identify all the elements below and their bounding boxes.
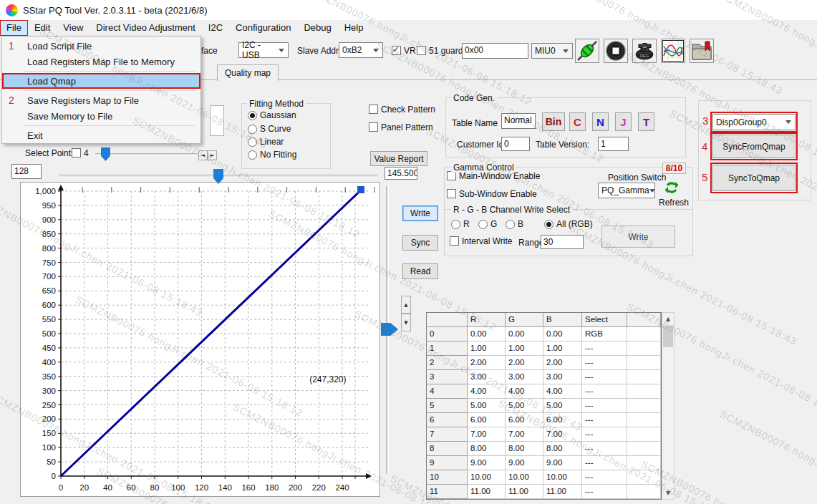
refresh-button[interactable] — [664, 180, 679, 195]
table-version-input[interactable]: 1 — [598, 137, 629, 151]
vr-checkbox[interactable] — [392, 46, 401, 55]
table-cell[interactable] — [627, 413, 661, 427]
menu-help[interactable]: Help — [338, 20, 370, 36]
file-menu-item-save-registers-map-to-file[interactable]: 2Save Registers Map to File — [2, 92, 200, 108]
table-cell[interactable] — [627, 370, 661, 384]
gamma-curve-chart[interactable]: 0501001502002503003504004505005506006507… — [20, 182, 380, 497]
panel-pattern-checkbox[interactable] — [369, 122, 378, 132]
table-cell[interactable]: 3 — [427, 370, 468, 384]
value-report-button[interactable]: Value Report — [370, 151, 427, 166]
menu-direct-video-adjustment[interactable]: Direct Video Adjustment — [90, 20, 202, 36]
scroll-down-icon[interactable]: ▼ — [662, 487, 674, 499]
value-spin-down-button[interactable]: ▼ — [401, 314, 411, 331]
rgb-option-r[interactable]: R — [451, 219, 470, 229]
menu-configuration[interactable]: Configuration — [229, 20, 297, 36]
code-gen-c-button[interactable]: C — [569, 112, 586, 131]
table-cell[interactable]: 0.00 — [506, 327, 543, 341]
table-cell[interactable]: 9 — [427, 456, 468, 470]
table-cell[interactable]: 11.00 — [506, 485, 543, 499]
table-cell[interactable] — [627, 341, 661, 356]
interval-write-checkbox[interactable] — [450, 236, 459, 246]
table-cell[interactable]: 7.00 — [468, 427, 506, 442]
tab-quality-map[interactable]: Quality map — [217, 64, 279, 81]
file-menu-item-load-qmap[interactable]: Load Qmap — [2, 73, 200, 89]
table-cell[interactable]: 10 — [427, 470, 468, 485]
vertical-slider-thumb[interactable] — [381, 323, 398, 336]
check-pattern-checkbox[interactable] — [369, 105, 378, 114]
table-cell[interactable]: 4.00 — [468, 384, 506, 399]
code-gen-bin-button[interactable]: Bin — [542, 112, 565, 131]
code-gen-t-button[interactable]: T — [638, 112, 654, 131]
table-cell[interactable]: 10.00 — [506, 470, 543, 485]
code-gen-j-button[interactable]: J — [615, 112, 632, 131]
level-input[interactable]: 128 — [11, 164, 42, 179]
scrollbar-thumb[interactable] — [663, 326, 673, 347]
file-menu-item-save-memory-to-file[interactable]: Save Memory to File — [2, 108, 200, 124]
table-cell[interactable] — [627, 427, 661, 442]
file-menu-item-load-registers-map-file-to-memory[interactable]: Load Registers Map File to Memory — [2, 54, 200, 69]
read-button[interactable]: Read — [402, 263, 438, 279]
table-cell[interactable]: 5.00 — [543, 399, 582, 413]
table-cell[interactable]: 11.00 — [543, 485, 582, 499]
table-cell[interactable]: --- — [582, 427, 627, 442]
miu-dropdown[interactable]: MIU0 — [531, 43, 573, 59]
table-cell[interactable]: 5 — [427, 399, 468, 413]
table-cell[interactable]: 3.00 — [468, 370, 506, 384]
value-report-field[interactable]: 145.5000 — [385, 167, 417, 180]
table-cell[interactable]: 2.00 — [468, 356, 506, 370]
table-name-input[interactable]: Normal — [501, 113, 536, 129]
table-cell[interactable] — [627, 442, 661, 456]
table-cell[interactable]: 5.00 — [506, 399, 543, 413]
scroll-up-icon[interactable]: ▲ — [662, 313, 674, 325]
rgb-option-b[interactable]: B — [506, 219, 523, 229]
table-cell[interactable]: --- — [582, 384, 627, 399]
range-input[interactable]: 30 — [541, 235, 584, 249]
table-cell[interactable]: 1.00 — [543, 341, 582, 356]
table-cell[interactable]: --- — [582, 370, 627, 384]
table-cell[interactable]: 7 — [427, 427, 468, 442]
toolbar-button-registers[interactable]: REG — [632, 39, 657, 63]
table-cell[interactable]: --- — [582, 356, 627, 370]
file-menu-item-exit[interactable]: Exit — [2, 127, 200, 143]
points-spin-left-button[interactable]: ◄ — [198, 150, 208, 160]
table-cell[interactable]: 3.00 — [506, 370, 543, 384]
table-scrollbar[interactable]: ▲ ▼ — [662, 312, 675, 500]
table-cell[interactable]: 7.00 — [506, 427, 543, 442]
fitting-option-linear[interactable]: Linear — [248, 137, 284, 147]
menu-debug[interactable]: Debug — [297, 20, 337, 36]
table-cell[interactable]: 6.00 — [468, 413, 506, 427]
sync-to-qmap-button[interactable]: SyncToQmap — [712, 165, 796, 191]
table-cell[interactable]: 11.00 — [468, 485, 506, 499]
table-cell[interactable]: 1 — [427, 341, 468, 356]
table-cell[interactable] — [627, 470, 661, 485]
disp-group-dropdown[interactable]: Disp0Group0 — [712, 114, 796, 130]
table-cell[interactable]: 11 — [427, 485, 468, 499]
toolbar-button-curves[interactable] — [661, 39, 685, 63]
menu-edit[interactable]: Edit — [28, 20, 57, 36]
file-menu-item-load-script-file[interactable]: 1Load Script File — [2, 38, 200, 54]
interface-dropdown[interactable]: I2C - USB — [238, 42, 289, 58]
table-cell[interactable]: --- — [582, 413, 627, 427]
table-cell[interactable]: 0.00 — [468, 327, 506, 341]
value-spin-up-button[interactable]: ▲ — [401, 296, 411, 314]
table-cell[interactable]: --- — [582, 456, 627, 470]
code-gen-n-button[interactable]: N — [592, 112, 609, 131]
table-cell[interactable]: 6 — [427, 413, 468, 427]
table-cell[interactable]: 8.00 — [543, 442, 582, 456]
toolbar-button-open[interactable] — [690, 39, 714, 63]
rgb-write-button[interactable]: Write — [601, 226, 675, 248]
table-cell[interactable]: 9.00 — [543, 456, 582, 470]
toolbar-button-stop[interactable] — [604, 39, 628, 63]
table-cell[interactable]: --- — [582, 485, 627, 499]
table-cell[interactable]: 3.00 — [543, 370, 582, 384]
fitting-option-gaussian[interactable]: Gaussian — [248, 110, 296, 120]
select-points-box[interactable] — [72, 148, 81, 158]
position-switch-dropdown[interactable]: PQ_Gamma — [598, 183, 655, 198]
fitting-option-s-curve[interactable]: S Curve — [248, 124, 291, 134]
table-cell[interactable]: 4.00 — [543, 384, 582, 399]
table-cell[interactable]: 9.00 — [468, 456, 506, 470]
table-cell[interactable]: 2.00 — [543, 356, 582, 370]
table-cell[interactable]: 4 — [427, 384, 468, 399]
slave-addr-dropdown[interactable]: 0xB2 — [339, 42, 383, 58]
points-spin-right-button[interactable]: ► — [208, 150, 217, 160]
